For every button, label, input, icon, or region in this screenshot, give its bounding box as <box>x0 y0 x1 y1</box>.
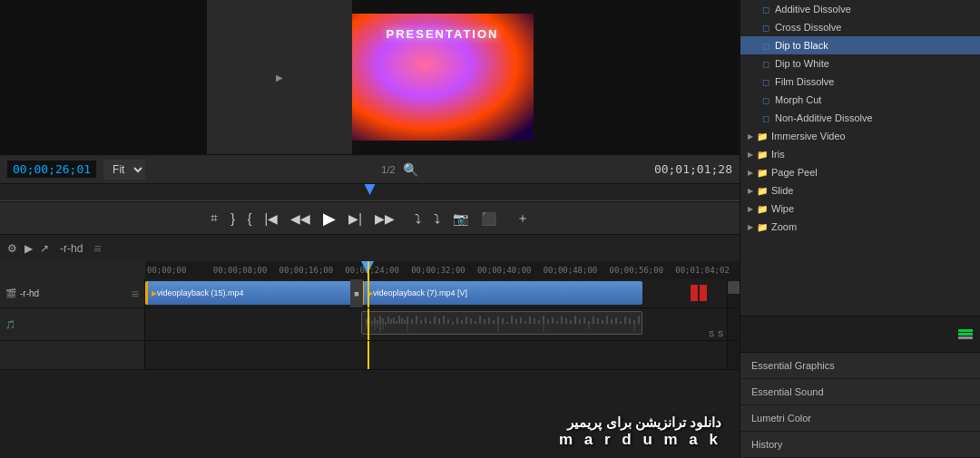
play-btn[interactable]: ▶ <box>319 207 339 230</box>
video-track-row: 🎬 -r-hd ≡ ▶ videoplayback (15).mp4 ◼ <box>0 279 740 308</box>
effect-label-6: Morph Cut <box>775 94 821 105</box>
s-label-2: S <box>718 329 723 338</box>
effect-label-5: Film Dissolve <box>775 76 834 87</box>
tab-essential-graphics[interactable]: Essential Graphics <box>740 353 980 379</box>
playhead-empty-1 <box>368 341 369 369</box>
fit-dropdown[interactable]: Fit <box>103 160 145 180</box>
effect-cross-dissolve[interactable]: ◻ Cross Dissolve <box>740 18 980 36</box>
audio-track-header: 🎵 <box>0 308 145 340</box>
empty-track-body-1 <box>145 341 727 369</box>
video-track-icon: 🎬 <box>5 288 16 298</box>
track-area: 🎬 -r-hd ≡ ▶ videoplayback (15).mp4 ◼ <box>0 279 740 458</box>
mark-in-btn[interactable]: ⌗ <box>207 209 221 228</box>
clip1-label: videoplayback (15).mp4 <box>157 288 244 297</box>
arrow-zoom: ▶ <box>748 223 753 231</box>
playhead-line <box>368 261 369 279</box>
mark-out-btn[interactable]: } <box>227 210 239 228</box>
category-wipe[interactable]: ▶ 📁 Wipe <box>740 200 980 218</box>
clip-video-2[interactable]: ▶ videoplayback (7).mp4 [V] <box>361 281 642 305</box>
timeline-area: 🎬 -r-hd ≡ ▶ videoplayback (15).mp4 ◼ <box>0 279 740 458</box>
effect-icon-4: ◻ <box>762 59 769 69</box>
effect-label-2: Cross Dissolve <box>775 22 841 33</box>
track-icon[interactable]: ▶ <box>24 242 33 255</box>
effect-dip-to-white[interactable]: ◻ Dip to White <box>740 54 980 73</box>
category-page-peel[interactable]: ▶ 📁 Page Peel <box>740 163 980 181</box>
effect-additive-dissolve[interactable]: ◻ Additive Dissolve <box>740 0 980 18</box>
effect-dip-to-black[interactable]: ◻ Dip to Black <box>740 36 980 54</box>
vu-green2 <box>958 333 973 336</box>
folder-icon-page-peel: 📁 <box>757 168 768 178</box>
export-btn[interactable]: ⬛ <box>477 210 500 228</box>
effect-non-additive-dissolve[interactable]: ◻ Non-Additive Dissolve <box>740 109 980 127</box>
camera-btn[interactable]: 📷 <box>449 210 472 228</box>
ruler-spacer <box>0 261 145 279</box>
tc-7: 00;00;56;00 <box>607 266 673 275</box>
tc-0: 00;00;00 <box>145 266 211 275</box>
folder-icon-zoom: 📁 <box>757 222 768 232</box>
transport-bar: ⌗ } { |◀ ◀◀ ▶ ▶| ▶▶ ⤵ ⤵ 📷 ⬛ ＋ <box>0 201 740 234</box>
category-immersive-video[interactable]: ▶ 📁 Immersive Video <box>740 127 980 145</box>
preview-thumbnail <box>352 14 534 141</box>
audio-track-row: 🎵 <box>0 308 740 341</box>
a1-side-scroll <box>727 308 740 340</box>
transition-icon: ◼ <box>354 290 359 297</box>
effect-icon-2: ◻ <box>762 23 769 33</box>
insert-btn[interactable]: ⤵ <box>411 210 425 228</box>
effect-morph-cut[interactable]: ◻ Morph Cut <box>740 91 980 109</box>
ruler-content: 00;00;00 00;00;08;00 00;00;16;00 00;00;2… <box>145 261 740 279</box>
panel-tabs: Essential Graphics Essential Sound Lumet… <box>740 352 980 458</box>
empty-track-header-1 <box>0 341 145 369</box>
category-zoom[interactable]: ▶ 📁 Zoom <box>740 218 980 236</box>
audio-clip[interactable] <box>361 311 642 335</box>
tab-lumetri-color-label: Lumetri Color <box>751 413 811 424</box>
category-label-immersive: Immersive Video <box>771 131 846 141</box>
effect-label-4: Dip to White <box>775 58 829 69</box>
effect-label-3: Dip to Black <box>775 40 828 51</box>
vu-bar <box>958 329 973 339</box>
effect-film-dissolve[interactable]: ◻ Film Dissolve <box>740 73 980 91</box>
ss-labels: S S <box>709 329 723 338</box>
effects-list: ◻ Additive Dissolve ◻ Cross Dissolve ◻ D… <box>740 0 980 316</box>
mark-clip-btn[interactable]: { <box>244 210 256 228</box>
scroll-handle <box>728 281 740 294</box>
cut-red-1 <box>691 285 698 301</box>
plus-btn[interactable]: ＋ <box>513 209 533 229</box>
tc-3: 00;00;24;00 <box>343 266 409 275</box>
empty-side-1 <box>727 341 740 369</box>
export-icon[interactable]: ↗ <box>40 242 49 255</box>
effect-icon-7: ◻ <box>762 113 769 123</box>
tc-6: 00;00;48;00 <box>542 266 608 275</box>
folder-icon-wipe: 📁 <box>757 204 768 214</box>
timeline-ruler-container: 00;00;00 00;00;08;00 00;00;16;00 00;00;2… <box>0 261 740 279</box>
tab-lumetri-color[interactable]: Lumetri Color <box>740 405 980 432</box>
waveform-svg <box>362 312 642 335</box>
category-label-wipe: Wipe <box>771 203 794 214</box>
step-back-btn[interactable]: |◀ <box>261 210 282 228</box>
fraction-display: 1/2 <box>381 164 395 175</box>
folder-icon-immersive: 📁 <box>757 132 768 141</box>
arrow-page-peel: ▶ <box>748 169 753 177</box>
category-iris[interactable]: ▶ 📁 Iris <box>740 145 980 163</box>
arrow-immersive: ▶ <box>748 132 753 141</box>
category-label-zoom: Zoom <box>771 221 797 232</box>
tab-history[interactable]: History <box>740 432 980 458</box>
back-btn[interactable]: ◀◀ <box>287 210 314 228</box>
category-label-page-peel: Page Peel <box>771 167 818 178</box>
clip2-label: videoplayback (7).mp4 [V] <box>373 288 467 297</box>
clip-video-1[interactable]: ▶ videoplayback (15).mp4 <box>145 281 352 305</box>
step-fwd-btn[interactable]: ▶▶ <box>371 210 398 228</box>
overwrite-btn[interactable]: ⤵ <box>430 210 444 228</box>
tab-essential-sound[interactable]: Essential Sound <box>740 379 980 405</box>
vu-meter-area <box>740 316 980 352</box>
forward-btn[interactable]: ▶| <box>345 210 366 228</box>
category-slide[interactable]: ▶ 📁 Slide <box>740 181 980 200</box>
arrow-wipe: ▶ <box>748 205 753 213</box>
sequence-label: -r-hd <box>60 242 83 255</box>
playhead-triangle <box>365 184 376 195</box>
tc-1: 00;00;08;00 <box>211 266 278 275</box>
filter-icon[interactable]: ⚙ <box>7 242 17 255</box>
tools-bar: ⚙ ▶ ↗ -r-hd ≡ <box>0 234 740 261</box>
right-panel: ◻ Additive Dissolve ◻ Cross Dissolve ◻ D… <box>740 0 980 458</box>
vu-grey <box>958 336 973 339</box>
video-track-body: ▶ videoplayback (15).mp4 ◼ ▶ videoplayba… <box>145 279 727 307</box>
